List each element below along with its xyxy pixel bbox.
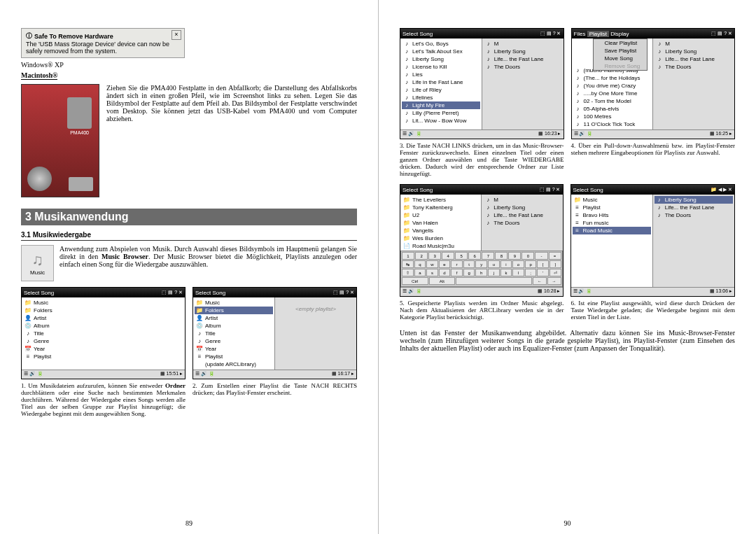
list-item[interactable]: ♪M — [654, 40, 733, 48]
list-item[interactable]: ♪M — [484, 40, 562, 48]
titlebar-icons[interactable]: ⬚ ▤ ? ✕ — [333, 290, 354, 295]
list-item[interactable]: ♪02 - Tom the Model — [573, 97, 652, 105]
list-item[interactable]: 📅Year — [23, 345, 183, 353]
list-item[interactable]: ♪Life... the Fast Lane — [654, 55, 733, 63]
list-item[interactable]: 📅Year — [195, 345, 273, 353]
menu-item[interactable]: Clear Playlist — [594, 39, 648, 47]
list-item[interactable]: ♪.....by One More Time — [573, 90, 652, 97]
list-item[interactable]: ♪Lies — [402, 71, 480, 78]
playlist-dropdown-menu[interactable]: Clear PlaylistSave PlaylistMove SongRemo… — [593, 38, 648, 71]
list-item[interactable]: ♪(The... for the Holidays — [573, 74, 652, 82]
list-item[interactable]: ♪Let's Go, Boys — [402, 40, 480, 48]
list-item[interactable]: 📁Music — [573, 196, 651, 204]
kb-key[interactable]: 4 — [442, 252, 454, 260]
list-item[interactable]: 📁Van Halen — [402, 219, 479, 227]
kb-key[interactable]: ] — [550, 260, 561, 268]
close-icon[interactable]: × — [172, 30, 181, 40]
list-item[interactable]: ≡Playlist — [23, 353, 183, 360]
list-item[interactable]: ≡Playlist — [195, 353, 273, 360]
kb-key[interactable]: 0 — [522, 252, 534, 260]
kb-key[interactable]: Alt — [429, 277, 456, 285]
list-item[interactable]: ♪License to Kill — [402, 63, 480, 71]
list-item[interactable]: ≡Fun music — [573, 219, 651, 227]
list-item[interactable]: ♪100 Metres — [573, 113, 652, 120]
list-item[interactable]: ♪Liberty Song — [483, 204, 561, 211]
list-item[interactable]: 📄Road Music|m3u — [402, 242, 479, 250]
kb-key[interactable]: s — [426, 269, 438, 276]
list-item[interactable]: ♪Liberty Song — [654, 196, 733, 204]
list-item[interactable]: 📁Vangelis — [402, 227, 479, 234]
kb-key[interactable]: - — [535, 252, 547, 260]
kb-key[interactable]: y — [475, 260, 487, 268]
kb-key[interactable]: t — [463, 260, 475, 268]
list-item[interactable]: 📁Folders — [23, 307, 183, 314]
kb-key[interactable]: 2 — [415, 252, 428, 260]
list-item[interactable]: ♪Title — [195, 330, 273, 337]
list-item[interactable]: ♪M — [483, 196, 561, 204]
list-item[interactable]: ♪The Doors — [654, 63, 733, 71]
kb-key[interactable]: a — [414, 269, 426, 276]
kb-key[interactable]: ' — [537, 269, 549, 276]
menu-item[interactable]: Move Song — [594, 55, 648, 62]
list-item[interactable]: ♪Genre — [23, 337, 183, 345]
list-item[interactable]: 💿Album — [23, 322, 183, 330]
list-item[interactable]: ≡Bravo Hits — [573, 211, 651, 219]
kb-key[interactable]: Ctrl — [402, 277, 428, 285]
list-item[interactable]: 📁The Levellers — [402, 196, 479, 204]
kb-key[interactable]: d — [439, 269, 451, 276]
list-item[interactable]: ♪Light My Fire — [402, 101, 480, 109]
list-item[interactable]: ♪Life... the Fast Lane — [654, 204, 733, 211]
list-item[interactable]: ♪Life... the Fast Lane — [483, 211, 561, 219]
list-item[interactable]: ♪Life... the Fast Lane — [484, 55, 562, 63]
kb-key[interactable]: k — [500, 269, 512, 276]
kb-key[interactable]: 9 — [508, 252, 521, 260]
kb-key[interactable]: u — [488, 260, 500, 268]
kb-key[interactable]: j — [488, 269, 500, 276]
kb-key[interactable]: q — [414, 260, 426, 268]
kb-key[interactable]: e — [439, 260, 451, 268]
list-item[interactable]: ♪05-Alpha-elvis — [573, 105, 652, 113]
kb-key[interactable]: g — [463, 269, 475, 276]
kb-key[interactable]: w — [426, 260, 438, 268]
kb-key[interactable]: 8 — [495, 252, 507, 260]
kb-key[interactable]: o — [512, 260, 524, 268]
kb-key[interactable] — [456, 277, 532, 285]
list-item[interactable]: ♪Lifelines — [402, 94, 480, 101]
list-item[interactable]: ≡Road Music — [573, 227, 651, 234]
list-item[interactable]: ♪Life in the Fast Lane — [402, 78, 480, 86]
list-item[interactable]: ♪The Doors — [483, 219, 561, 227]
kb-key[interactable]: 6 — [468, 252, 481, 260]
kb-key[interactable]: p — [525, 260, 537, 268]
list-item[interactable]: 💿Album — [195, 322, 273, 330]
kb-key[interactable]: ↹ — [402, 260, 414, 268]
kb-key[interactable]: l — [512, 269, 524, 276]
list-item[interactable]: ♪(You drive me) Crazy — [573, 82, 652, 90]
kb-key[interactable]: ← — [533, 277, 547, 285]
kb-key[interactable]: ; — [525, 269, 537, 276]
list-item[interactable]: ♪11 O'Clock Tick Tock — [573, 120, 652, 128]
kb-key[interactable]: ⇧ — [402, 269, 414, 276]
onscreen-keyboard[interactable]: 1234567890-=↹qwertyuiop[]⇧asdfghjkl;'⏎Ct… — [400, 251, 563, 287]
list-item[interactable]: ♪Genre — [195, 337, 273, 345]
menu-item[interactable]: Save Playlist — [594, 47, 648, 55]
list-item[interactable]: ≡Playlist — [573, 204, 651, 211]
kb-key[interactable]: 3 — [428, 252, 441, 260]
list-item[interactable]: ♪Lilly (Pierre Perret) — [402, 109, 480, 117]
list-item[interactable]: 📁Tony Kaltenberg — [402, 204, 479, 211]
list-item[interactable]: ♪The Doors — [484, 63, 562, 71]
list-item[interactable]: 📁U2 — [402, 211, 479, 219]
kb-key[interactable]: → — [547, 277, 561, 285]
list-item[interactable]: 👤Artist — [195, 314, 273, 322]
list-item[interactable]: ♪Liberty Song — [654, 48, 733, 55]
list-item[interactable]: 📁Folders — [195, 307, 273, 314]
list-item[interactable]: ♪Liberty Song — [402, 55, 480, 63]
list-item[interactable]: ♪The Doors — [654, 211, 733, 219]
kb-key[interactable]: h — [475, 269, 487, 276]
kb-key[interactable]: = — [549, 252, 561, 260]
kb-key[interactable]: ⏎ — [550, 269, 561, 276]
list-item[interactable]: ♪Title — [23, 330, 183, 337]
list-item[interactable]: 👤Artist — [23, 314, 183, 322]
list-item[interactable]: (update ARCLibrary) — [195, 360, 273, 368]
kb-key[interactable]: 5 — [455, 252, 468, 260]
kb-key[interactable]: 7 — [482, 252, 494, 260]
